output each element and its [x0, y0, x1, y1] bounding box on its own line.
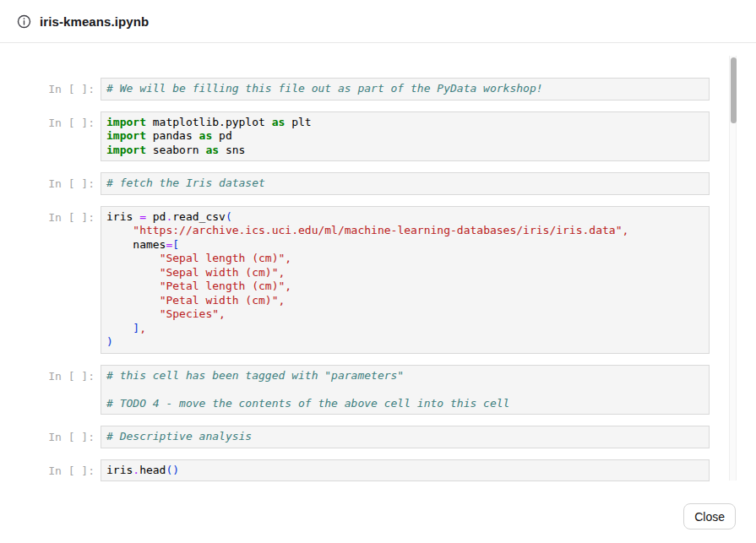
modal-header: iris-kmeans.ipynb [0, 0, 756, 43]
cell-input: # Descriptive analysis [101, 426, 710, 448]
cell-input: iris = pd.read_csv( "https://archive.ics… [101, 206, 710, 354]
cell-input: iris.head() [101, 459, 710, 482]
cell-input: # fetch the Iris dataset [101, 172, 710, 195]
notebook-cell: In [ ]:import matplotlib.pyplot as pltim… [0, 111, 710, 162]
notebook-cell: In [ ]:# Descriptive analysis [0, 426, 710, 448]
cell-prompt: In [ ]: [0, 206, 95, 354]
notebook-cell: In [ ]:# fetch the Iris dataset [0, 172, 710, 195]
notebook-cell: In [ ]:# this cell has been tagged with … [0, 365, 710, 415]
info-icon [17, 14, 31, 29]
cells: In [ ]:# We will be filling this file ou… [0, 78, 710, 481]
cell-input: # We will be filling this file out as pa… [101, 78, 710, 100]
cell-prompt: In [ ]: [0, 172, 95, 195]
notebook-preview-modal: iris-kmeans.ipynb In [ ]:# We will be fi… [0, 0, 756, 543]
cell-prompt: In [ ]: [0, 426, 95, 448]
scrollbar-track[interactable] [729, 56, 737, 481]
cell-prompt: In [ ]: [0, 365, 95, 415]
cell-prompt: In [ ]: [0, 78, 95, 100]
file-title: iris-kmeans.ipynb [40, 14, 149, 29]
notebook-cell: In [ ]:# We will be filling this file ou… [0, 78, 710, 100]
cell-prompt: In [ ]: [0, 111, 95, 162]
cell-prompt: In [ ]: [0, 459, 95, 482]
cell-input: import matplotlib.pyplot as pltimport pa… [101, 111, 710, 162]
close-button[interactable]: Close [683, 503, 736, 529]
notebook-cell: In [ ]:iris = pd.read_csv( "https://arch… [0, 206, 710, 354]
notebook-cell: In [ ]:iris.head() [0, 459, 710, 482]
notebook-body: In [ ]:# We will be filling this file ou… [0, 44, 756, 490]
scrollbar-thumb[interactable] [731, 57, 737, 123]
cell-input: # this cell has been tagged with "parame… [101, 365, 710, 415]
